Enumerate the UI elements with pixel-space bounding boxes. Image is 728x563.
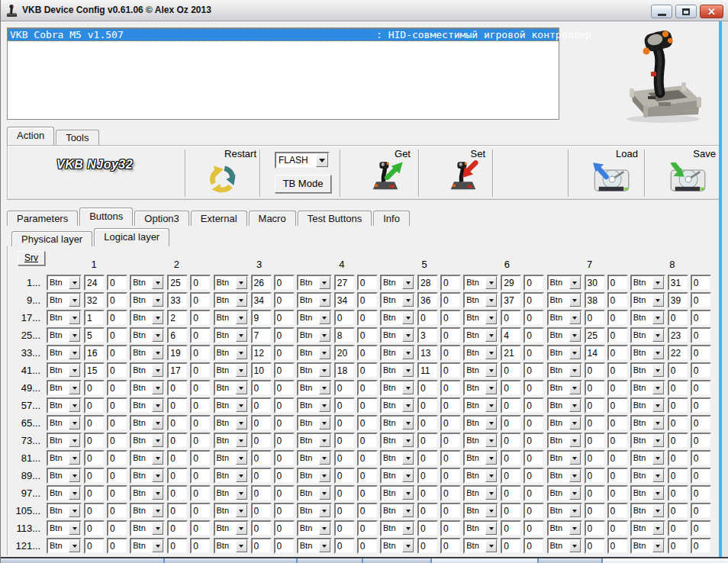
button-number-input[interactable] — [501, 380, 521, 396]
button-type-dropdown[interactable]: Btn — [214, 292, 249, 308]
shift-value-input[interactable] — [691, 345, 711, 361]
button-number-input[interactable] — [334, 450, 355, 466]
button-number-input[interactable] — [668, 433, 688, 449]
button-type-dropdown[interactable]: Btn — [463, 538, 498, 554]
chevron-down-icon[interactable] — [319, 276, 330, 289]
shift-value-input[interactable] — [107, 450, 127, 466]
shift-value-input[interactable] — [107, 310, 127, 326]
button-type-dropdown[interactable]: Btn — [297, 345, 332, 361]
button-type-dropdown[interactable]: Btn — [130, 503, 165, 519]
chevron-down-icon[interactable] — [402, 364, 414, 377]
chevron-down-icon[interactable] — [569, 276, 581, 289]
button-number-input[interactable] — [585, 397, 605, 413]
shift-value-input[interactable] — [274, 450, 295, 466]
button-type-dropdown[interactable]: Btn — [463, 362, 498, 378]
shift-value-input[interactable] — [691, 450, 711, 466]
chevron-down-icon[interactable] — [319, 487, 330, 500]
shift-value-input[interactable] — [190, 485, 211, 501]
button-type-dropdown[interactable]: Btn — [463, 433, 498, 449]
chevron-down-icon[interactable] — [402, 417, 414, 429]
button-number-input[interactable] — [334, 275, 355, 291]
chevron-down-icon[interactable] — [69, 522, 80, 535]
shift-value-input[interactable] — [607, 520, 628, 536]
chevron-down-icon[interactable] — [402, 487, 414, 500]
button-type-dropdown[interactable]: Btn — [547, 450, 582, 466]
button-type-dropdown[interactable]: Btn — [380, 450, 415, 466]
shift-value-input[interactable] — [523, 397, 544, 413]
chevron-down-icon[interactable] — [69, 487, 80, 500]
shift-value-input[interactable] — [190, 397, 211, 413]
button-number-input[interactable] — [417, 433, 438, 449]
chevron-down-icon[interactable] — [319, 364, 330, 377]
button-number-input[interactable] — [585, 415, 605, 431]
button-number-input[interactable] — [501, 485, 521, 501]
shift-value-input[interactable] — [190, 275, 211, 291]
button-number-input[interactable] — [585, 310, 605, 326]
shift-value-input[interactable] — [107, 327, 127, 343]
chevron-down-icon[interactable] — [319, 311, 330, 324]
chevron-down-icon[interactable] — [569, 311, 581, 324]
chevron-down-icon[interactable] — [569, 346, 581, 359]
button-type-dropdown[interactable]: Btn — [380, 468, 415, 484]
shift-value-input[interactable] — [691, 275, 711, 291]
chevron-down-icon[interactable] — [652, 504, 664, 517]
button-type-dropdown[interactable]: Btn — [47, 520, 82, 536]
chevron-down-icon[interactable] — [236, 539, 247, 552]
button-number-input[interactable] — [334, 310, 355, 326]
button-number-input[interactable] — [167, 433, 188, 449]
button-number-input[interactable] — [668, 520, 688, 536]
chevron-down-icon[interactable] — [152, 434, 163, 447]
shift-value-input[interactable] — [357, 433, 378, 449]
button-number-input[interactable] — [167, 485, 188, 501]
chevron-down-icon[interactable] — [236, 452, 247, 465]
button-number-input[interactable] — [501, 538, 521, 554]
button-number-input[interactable] — [334, 468, 355, 484]
button-number-input[interactable] — [501, 327, 521, 343]
button-number-input[interactable] — [251, 397, 272, 413]
shift-value-input[interactable] — [607, 292, 628, 308]
chevron-down-icon[interactable] — [69, 364, 80, 377]
button-number-input[interactable] — [585, 450, 605, 466]
button-type-dropdown[interactable]: Btn — [547, 485, 582, 501]
chevron-down-icon[interactable] — [485, 364, 497, 377]
chevron-down-icon[interactable] — [569, 294, 581, 307]
chevron-down-icon[interactable] — [485, 417, 497, 429]
button-number-input[interactable] — [668, 415, 688, 431]
button-number-input[interactable] — [84, 345, 105, 361]
button-number-input[interactable] — [585, 503, 605, 519]
shift-value-input[interactable] — [440, 503, 461, 519]
button-type-dropdown[interactable]: Btn — [47, 485, 82, 501]
button-number-input[interactable] — [501, 345, 521, 361]
button-type-dropdown[interactable]: Btn — [380, 310, 415, 326]
load-from-disk-icon[interactable] — [592, 162, 630, 196]
button-type-dropdown[interactable]: Btn — [630, 345, 665, 361]
button-type-dropdown[interactable]: Btn — [463, 275, 498, 291]
button-number-input[interactable] — [84, 415, 105, 431]
shift-value-input[interactable] — [523, 538, 544, 554]
button-number-input[interactable] — [585, 380, 605, 396]
chevron-down-icon[interactable] — [69, 346, 80, 359]
button-type-dropdown[interactable]: Btn — [214, 450, 249, 466]
shift-value-input[interactable] — [607, 362, 628, 378]
button-number-input[interactable] — [334, 538, 355, 554]
chevron-down-icon[interactable] — [69, 469, 80, 482]
chevron-down-icon[interactable] — [236, 364, 247, 377]
shift-value-input[interactable] — [440, 468, 461, 484]
chevron-down-icon[interactable] — [569, 329, 581, 342]
button-type-dropdown[interactable]: Btn — [47, 362, 82, 378]
chevron-down-icon[interactable] — [485, 469, 497, 482]
button-number-input[interactable] — [334, 520, 355, 536]
button-number-input[interactable] — [417, 362, 438, 378]
chevron-down-icon[interactable] — [319, 434, 330, 447]
shift-value-input[interactable] — [190, 310, 211, 326]
chevron-down-icon[interactable] — [319, 399, 330, 412]
button-type-dropdown[interactable]: Btn — [130, 310, 165, 326]
shift-value-input[interactable] — [523, 327, 544, 343]
button-type-dropdown[interactable]: Btn — [214, 380, 249, 396]
chevron-down-icon[interactable] — [152, 329, 163, 342]
chevron-down-icon[interactable] — [402, 381, 414, 394]
button-type-dropdown[interactable]: Btn — [130, 397, 165, 413]
button-number-input[interactable] — [668, 485, 688, 501]
button-type-dropdown[interactable]: Btn — [630, 362, 665, 378]
chevron-down-icon[interactable] — [485, 522, 497, 535]
